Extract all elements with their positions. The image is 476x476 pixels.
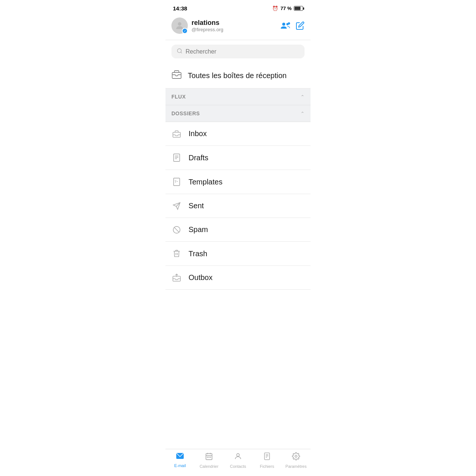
- drafts-label: Drafts: [189, 154, 208, 162]
- alarm-icon: ⏰: [272, 6, 278, 11]
- trash-icon: [171, 249, 182, 258]
- svg-text:!: !: [289, 23, 289, 25]
- svg-line-18: [174, 227, 179, 232]
- compose-button[interactable]: [296, 21, 305, 30]
- account-header: ✓ relations @firepress.org !: [165, 15, 311, 40]
- all-inboxes-label: Toutes les boîtes de réception: [188, 71, 287, 80]
- folder-templates[interactable]: T= Templates: [165, 170, 311, 194]
- header-actions: !: [280, 21, 305, 30]
- templates-icon: T=: [171, 177, 182, 186]
- svg-text:T=: T=: [175, 180, 178, 183]
- svg-rect-7: [172, 73, 181, 78]
- avatar-container[interactable]: ✓: [171, 17, 188, 34]
- spam-label: Spam: [189, 225, 208, 234]
- folder-outbox[interactable]: Outbox: [165, 266, 311, 290]
- svg-line-6: [181, 52, 182, 53]
- spam-icon: [171, 226, 182, 234]
- status-time: 14:38: [173, 5, 187, 12]
- all-inboxes-icon: [171, 70, 182, 81]
- folder-inbox[interactable]: Inbox: [165, 122, 311, 146]
- contacts-button[interactable]: !: [280, 21, 290, 30]
- search-wrap[interactable]: [171, 45, 305, 58]
- trash-label: Trash: [189, 250, 207, 258]
- account-name: relations: [192, 19, 280, 27]
- search-icon: [177, 48, 183, 55]
- all-inboxes-item[interactable]: Toutes les boîtes de réception: [165, 63, 311, 89]
- account-email: @firepress.org: [192, 27, 280, 32]
- svg-point-0: [178, 22, 181, 26]
- svg-rect-9: [174, 154, 180, 161]
- drafts-icon: [171, 153, 182, 162]
- outbox-label: Outbox: [189, 273, 212, 282]
- folder-sent[interactable]: Sent: [165, 194, 311, 218]
- search-input[interactable]: [186, 48, 299, 55]
- folder-trash[interactable]: Trash: [165, 242, 311, 266]
- sent-icon: [171, 202, 182, 210]
- templates-label: Templates: [189, 178, 222, 186]
- account-info: relations @firepress.org: [192, 19, 280, 32]
- battery-icon: [294, 6, 303, 11]
- svg-point-1: [282, 23, 285, 26]
- verified-badge: ✓: [182, 28, 188, 34]
- battery-percent: 77 %: [280, 6, 292, 11]
- dossiers-chevron-icon: ⌃: [300, 111, 305, 116]
- status-icons: ⏰ 77 %: [272, 6, 303, 11]
- inbox-icon: [171, 130, 182, 138]
- section-dossiers-label: DOSSIERS: [171, 110, 200, 116]
- status-bar: 14:38 ⏰ 77 %: [165, 0, 311, 15]
- outbox-icon: [171, 274, 182, 282]
- folder-spam[interactable]: Spam: [165, 218, 311, 242]
- folder-drafts[interactable]: Drafts: [165, 146, 311, 170]
- search-container: [165, 40, 311, 63]
- section-flux-label: FLUX: [171, 94, 186, 100]
- section-dossiers[interactable]: DOSSIERS ⌃: [165, 105, 311, 122]
- svg-point-5: [177, 49, 181, 53]
- section-flux[interactable]: FLUX ⌃: [165, 89, 311, 105]
- sent-label: Sent: [189, 202, 204, 210]
- inbox-label: Inbox: [189, 129, 207, 138]
- flux-chevron-icon: ⌃: [300, 94, 305, 100]
